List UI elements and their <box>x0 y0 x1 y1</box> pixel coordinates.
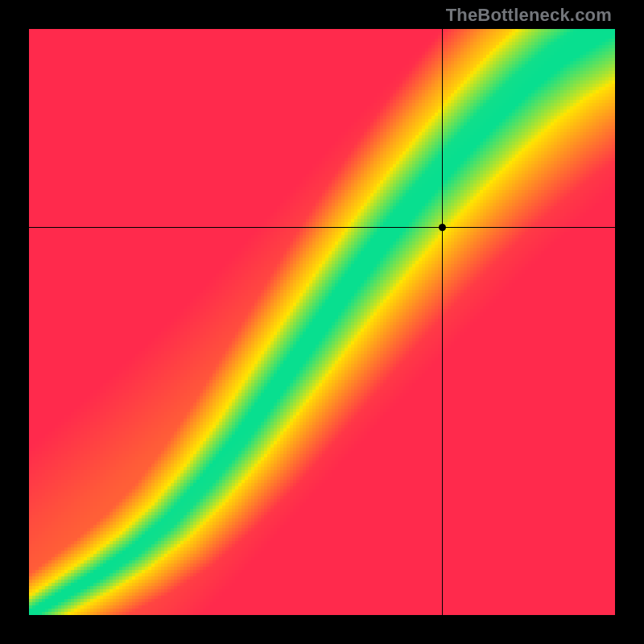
watermark-text: TheBottleneck.com <box>446 5 612 26</box>
heatmap-plot <box>29 29 615 615</box>
heatmap-canvas <box>29 29 615 615</box>
data-point-marker <box>439 224 446 231</box>
crosshair-vertical <box>442 29 443 615</box>
chart-frame: TheBottleneck.com <box>0 0 644 644</box>
crosshair-horizontal <box>29 227 615 228</box>
